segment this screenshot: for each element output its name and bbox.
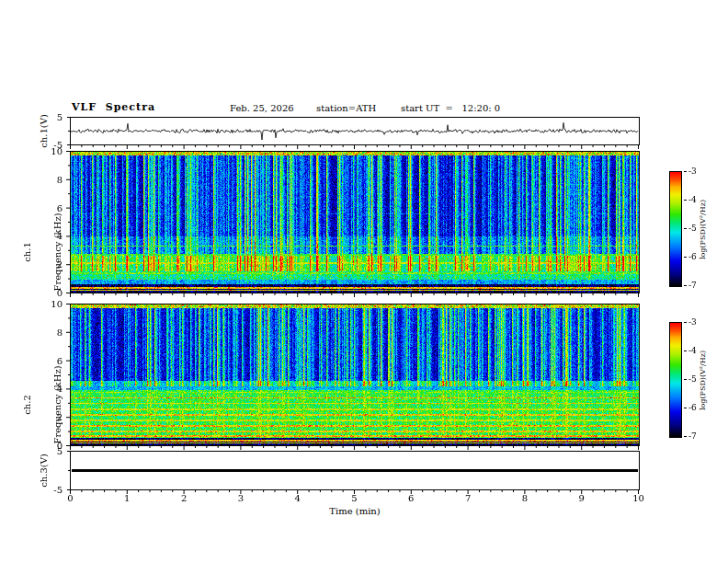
y-tick-label: 10 (44, 300, 63, 309)
ch2-frequency-axis-label-line1: ch.2 (22, 351, 32, 458)
colorbar-tick-label: -7 (688, 282, 707, 290)
figure-title: VLF Spectra (72, 101, 155, 113)
ch1-spectrogram-canvas (71, 152, 639, 293)
colorbar-tick-label: -7 (688, 432, 707, 441)
y-tick-label: 6 (44, 204, 63, 213)
y-tick-label: 4 (44, 232, 63, 241)
x-tick-label: 5 (344, 494, 366, 503)
y-tick-label: 0 (44, 289, 63, 298)
x-tick-label: 8 (514, 494, 536, 503)
colorbar-tick-label: -5 (688, 375, 707, 384)
x-tick-label: 3 (230, 494, 252, 503)
colorbar-tick-label: -3 (688, 167, 707, 176)
colorbar-ch2-gradient (670, 323, 681, 437)
x-tick-label: 6 (400, 494, 422, 503)
ch1-waveform-canvas (71, 118, 639, 144)
date-label: Feb. 25, 2026 (230, 103, 294, 113)
y-tick-label: 8 (44, 176, 63, 185)
station-label: station=ATH (316, 103, 376, 113)
x-tick-label: 7 (457, 494, 479, 503)
colorbar-tick-label: -6 (688, 253, 707, 261)
colorbar-ch2 (669, 322, 682, 438)
y-tick-label: 4 (44, 385, 63, 394)
colorbar-tick-label: -5 (688, 224, 707, 233)
x-tick-label: 10 (628, 494, 650, 503)
x-tick-label: 1 (116, 494, 138, 503)
ch1-waveform-panel (70, 117, 640, 145)
ch1-frequency-axis-label-line1: ch.1 (22, 199, 32, 305)
y-tick-label: -5 (44, 141, 63, 150)
y-tick-label: 6 (44, 357, 63, 366)
y-tick-label: 5 (44, 113, 63, 122)
x-axis-label: Time (min) (309, 506, 401, 516)
start-ut-label: start UT = 12:20: 0 (401, 103, 500, 113)
y-tick-label: -5 (44, 486, 63, 495)
y-tick-label: 8 (44, 328, 63, 338)
ch1-spectrogram-panel (70, 151, 640, 293)
y-tick-label: 5 (44, 447, 63, 456)
colorbar-tick-label: -6 (688, 404, 707, 412)
colorbar-tick-label: -4 (688, 347, 707, 355)
x-tick-label: 2 (173, 494, 195, 503)
ch2-spectrogram-canvas (71, 304, 639, 445)
ch2-spectrogram-panel (70, 304, 640, 446)
y-tick-label: 2 (44, 260, 63, 270)
ch1-frequency-axis-label: ch.1 Frequency (kHz) (2, 199, 83, 305)
ch3-waveform-canvas (71, 452, 639, 489)
ch3-waveform-panel (70, 451, 640, 490)
colorbar-ch1 (669, 171, 682, 287)
y-tick-label: 2 (44, 413, 63, 422)
colorbar-tick-label: -4 (688, 196, 707, 204)
x-tick-label: 0 (60, 494, 82, 503)
x-tick-label: 4 (287, 494, 309, 503)
colorbar-ch1-gradient (670, 172, 681, 286)
vlf-spectra-figure: VLF Spectra Feb. 25, 2026 station=ATH st… (0, 0, 728, 563)
x-tick-label: 9 (571, 494, 593, 503)
colorbar-tick-label: -3 (688, 318, 707, 327)
